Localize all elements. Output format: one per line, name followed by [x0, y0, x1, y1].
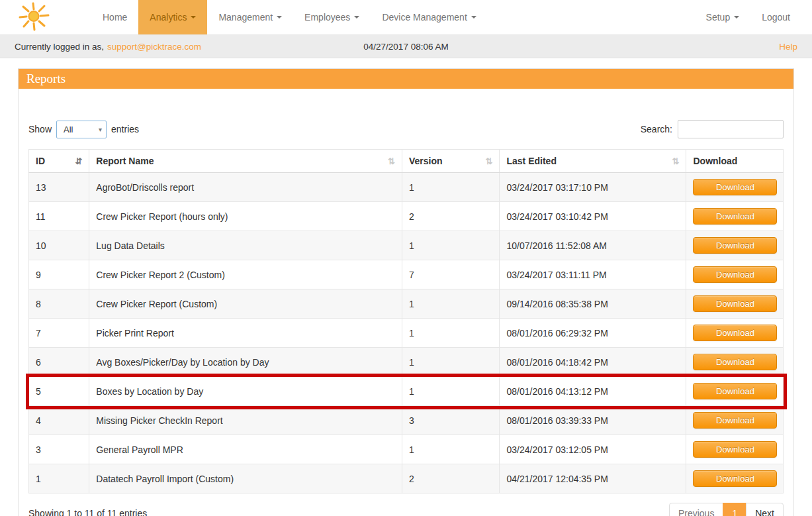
- chevron-down-icon: [191, 16, 196, 19]
- cell-id: 1: [29, 464, 89, 493]
- cell-version: 1: [402, 289, 500, 319]
- pagination-next-button[interactable]: Next: [746, 503, 784, 516]
- cell-id: 9: [29, 260, 89, 289]
- cell-name: Missing Picker CheckIn Report: [89, 406, 402, 435]
- download-button[interactable]: Download: [693, 354, 777, 370]
- cell-name: Datatech Payroll Import (Custom): [89, 464, 402, 493]
- cell-download: Download: [686, 377, 784, 406]
- cell-version: 7: [402, 260, 500, 289]
- current-datetime: 04/27/2017 08:06 AM: [363, 42, 448, 52]
- cell-version: 2: [402, 202, 500, 231]
- cell-name: Crew Picker Report (Custom): [89, 289, 402, 319]
- cell-id: 5: [29, 377, 89, 406]
- cell-id: 6: [29, 348, 89, 377]
- cell-version: 1: [402, 173, 500, 202]
- sort-icon: ⇅: [486, 156, 493, 166]
- help-link[interactable]: Help: [779, 42, 797, 52]
- picktrace-logo[interactable]: [0, 0, 79, 34]
- nav-item-label: Logout: [762, 12, 790, 23]
- cell-download: Download: [686, 289, 784, 319]
- cell-download: Download: [686, 348, 784, 377]
- pagination-page-1-button[interactable]: 1: [723, 503, 746, 516]
- panel-body: Show All ▾ entries Search: ID⇵Report Nam…: [19, 89, 793, 516]
- download-button[interactable]: Download: [693, 470, 777, 487]
- top-navigation: HomeAnalyticsManagementEmployeesDevice M…: [0, 0, 812, 35]
- logged-in-email-link[interactable]: support@picktrace.com: [107, 42, 201, 52]
- chevron-down-icon: [471, 16, 476, 19]
- cell-last-edited: 03/24/2017 03:17:10 PM: [500, 173, 686, 202]
- chevron-down-icon: [354, 16, 359, 19]
- nav-item-home[interactable]: Home: [91, 0, 138, 34]
- nav-item-employees[interactable]: Employees: [293, 0, 371, 34]
- reports-panel: Reports Show All ▾ entries Search: ID⇵Re…: [18, 68, 794, 516]
- download-button[interactable]: Download: [693, 208, 777, 225]
- cell-download: Download: [686, 319, 784, 348]
- cell-download: Download: [686, 260, 784, 289]
- cell-name: General Payroll MPR: [89, 435, 402, 464]
- cell-id: 13: [29, 173, 89, 202]
- download-button[interactable]: Download: [693, 237, 777, 254]
- cell-version: 2: [402, 464, 500, 493]
- download-button[interactable]: Download: [693, 325, 777, 341]
- cell-last-edited: 08/01/2016 04:18:42 PM: [500, 348, 686, 377]
- table-footer: Showing 1 to 11 of 11 entries Previous 1…: [28, 503, 784, 516]
- status-bar: Currently logged in as, support@picktrac…: [0, 35, 812, 58]
- nav-left: HomeAnalyticsManagementEmployeesDevice M…: [91, 0, 488, 34]
- column-header-id[interactable]: ID⇵: [29, 150, 89, 173]
- table-row: 8Crew Picker Report (Custom)109/14/2016 …: [29, 289, 784, 319]
- logged-in-text: Currently logged in as,: [15, 42, 104, 52]
- column-header-version[interactable]: Version⇅: [402, 150, 500, 173]
- cell-version: 1: [402, 377, 500, 406]
- table-body: 13AgroBot/Driscolls report103/24/2017 03…: [29, 173, 784, 493]
- column-header-report-name[interactable]: Report Name⇅: [89, 150, 402, 173]
- search-input[interactable]: [678, 120, 784, 138]
- pagination-previous-button[interactable]: Previous: [669, 503, 723, 516]
- cell-id: 8: [29, 289, 89, 319]
- cell-last-edited: 03/24/2017 03:11:11 PM: [500, 260, 686, 289]
- cell-version: 3: [402, 406, 500, 435]
- cell-name: Lug Data Details: [89, 231, 402, 260]
- download-button[interactable]: Download: [693, 179, 777, 195]
- cell-last-edited: 08/01/2016 04:13:12 PM: [500, 377, 686, 406]
- cell-download: Download: [686, 202, 784, 231]
- nav-item-label: Analytics: [150, 12, 187, 23]
- column-header-download: Download: [686, 150, 784, 173]
- download-button[interactable]: Download: [693, 266, 777, 283]
- column-header-label: Download: [693, 156, 737, 166]
- entries-length-value: All: [64, 125, 73, 134]
- nav-item-management[interactable]: Management: [207, 0, 293, 34]
- cell-last-edited: 08/01/2016 03:39:33 PM: [500, 406, 686, 435]
- table-row: 7Picker Print Report108/01/2016 06:29:32…: [29, 319, 784, 348]
- download-button[interactable]: Download: [693, 412, 777, 429]
- nav-item-analytics[interactable]: Analytics: [138, 0, 207, 34]
- cell-name: Boxes by Location by Day: [89, 377, 402, 406]
- pagination: Previous 1 Next: [669, 503, 784, 516]
- nav-item-device-management[interactable]: Device Management: [371, 0, 487, 34]
- table-row: 1Datatech Payroll Import (Custom)204/21/…: [29, 464, 784, 493]
- cell-name: AgroBot/Driscolls report: [89, 173, 402, 202]
- nav-item-setup[interactable]: Setup: [695, 0, 751, 34]
- nav-item-label: Management: [218, 12, 273, 23]
- cell-version: 1: [402, 435, 500, 464]
- download-button[interactable]: Download: [693, 383, 777, 399]
- table-row: 6Avg Boxes/Picker/Day by Location by Day…: [29, 348, 784, 377]
- table-header-row: ID⇵Report Name⇅Version⇅Last Edited⇅Downl…: [29, 150, 784, 173]
- sort-icon: ⇅: [672, 156, 680, 166]
- cell-id: 3: [29, 435, 89, 464]
- nav-item-logout[interactable]: Logout: [750, 0, 801, 34]
- download-button[interactable]: Download: [693, 295, 777, 312]
- cell-download: Download: [686, 435, 784, 464]
- download-button[interactable]: Download: [693, 441, 777, 458]
- cell-name: Picker Print Report: [89, 319, 402, 348]
- entries-length-select[interactable]: All ▾: [56, 121, 107, 138]
- chevron-down-icon: [734, 16, 739, 19]
- cell-download: Download: [686, 173, 784, 202]
- sort-icon: ⇅: [388, 156, 395, 166]
- cell-name: Crew Picker Report 2 (Custom): [89, 260, 402, 289]
- column-header-last-edited[interactable]: Last Edited⇅: [500, 150, 686, 173]
- column-header-label: Version: [409, 156, 443, 166]
- reports-table: ID⇵Report Name⇅Version⇅Last Edited⇅Downl…: [28, 149, 784, 493]
- cell-id: 4: [29, 406, 89, 435]
- show-label: Show: [28, 124, 52, 134]
- cell-last-edited: 08/01/2016 06:29:32 PM: [500, 319, 686, 348]
